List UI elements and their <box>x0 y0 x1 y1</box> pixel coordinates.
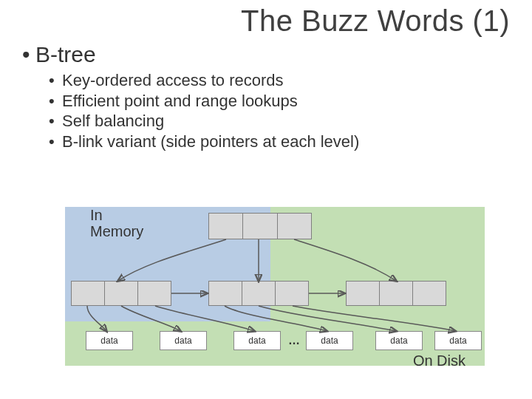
memory-label: InMemory <box>90 207 143 239</box>
leaf-node: data <box>306 331 353 350</box>
root-node <box>208 213 312 239</box>
leaf-node: data <box>160 331 207 350</box>
btree-diagram: InMemory On Disk data data data … data d… <box>65 207 485 377</box>
list-item: •Key-ordered access to records <box>49 70 514 91</box>
bullet-heading: •B-tree <box>22 42 514 67</box>
heading-text: B-tree <box>35 42 96 66</box>
list-item: •Efficient point and range lookups <box>49 91 514 112</box>
list-item: •B-link variant (side pointers at each l… <box>49 132 514 152</box>
bullet-list: •Key-ordered access to records •Efficien… <box>49 70 514 151</box>
ellipsis: … <box>288 334 300 347</box>
slide-title: The Buzz Words (1) <box>18 0 514 38</box>
list-item: •Self balancing <box>49 111 514 132</box>
mid-node <box>208 281 309 306</box>
leaf-node: data <box>233 331 281 350</box>
mid-node <box>346 281 446 306</box>
leaf-node: data <box>86 331 133 350</box>
disk-label: On Disk <box>413 352 466 369</box>
mid-node <box>71 281 171 306</box>
leaf-node: data <box>375 331 423 350</box>
leaf-node: data <box>434 331 482 350</box>
